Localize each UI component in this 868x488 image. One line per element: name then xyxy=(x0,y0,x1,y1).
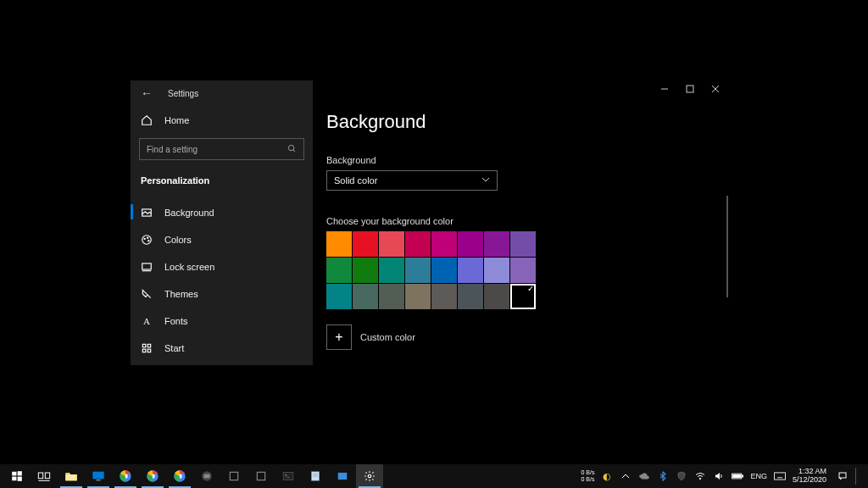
volume-icon[interactable] xyxy=(713,470,725,482)
scrollbar[interactable] xyxy=(726,196,728,297)
svg-rect-36 xyxy=(257,472,264,480)
svg-point-4 xyxy=(144,238,145,239)
svg-point-43 xyxy=(368,474,371,478)
terminal-button[interactable]: >_ xyxy=(275,464,302,488)
svg-rect-26 xyxy=(96,480,100,480)
content-area: Background Background Solid color Choose… xyxy=(313,80,728,365)
nav-label: Colors xyxy=(164,235,192,245)
svg-rect-14 xyxy=(687,86,693,92)
close-button[interactable] xyxy=(703,80,728,97)
custom-color-row: + Custom color xyxy=(326,324,728,350)
dropdown-value: Solid color xyxy=(334,175,377,186)
home-button[interactable]: Home xyxy=(131,106,313,135)
svg-rect-9 xyxy=(142,344,146,347)
nav-item-fonts[interactable]: A Fonts xyxy=(131,308,313,335)
color-swatch[interactable] xyxy=(326,258,352,283)
color-swatch[interactable] xyxy=(458,284,483,309)
color-swatch[interactable] xyxy=(353,231,378,257)
color-swatch[interactable] xyxy=(379,258,404,283)
nav-label: Start xyxy=(164,343,184,353)
taskbar-left: >_ xyxy=(3,464,383,488)
color-swatch[interactable] xyxy=(431,231,457,257)
svg-rect-21 xyxy=(38,473,42,479)
plus-icon: + xyxy=(335,330,342,345)
svg-rect-12 xyxy=(147,349,151,352)
color-swatch[interactable] xyxy=(326,284,352,309)
notifications-icon[interactable] xyxy=(837,470,849,482)
defender-icon[interactable] xyxy=(676,470,687,482)
background-label: Background xyxy=(326,155,728,165)
start-icon xyxy=(141,342,153,354)
svg-rect-52 xyxy=(839,473,846,478)
wifi-icon[interactable] xyxy=(694,470,706,482)
app-button-2[interactable] xyxy=(220,464,248,488)
color-swatch[interactable] xyxy=(405,258,431,283)
nav-item-lockscreen[interactable]: Lock screen xyxy=(131,253,313,280)
color-swatch[interactable] xyxy=(484,284,509,309)
app-button-3[interactable] xyxy=(248,464,275,488)
onedrive-icon[interactable] xyxy=(638,470,650,482)
chrome-button-2[interactable] xyxy=(139,464,166,488)
color-swatch[interactable] xyxy=(484,231,509,257)
color-swatch[interactable] xyxy=(353,284,378,309)
notepad-button[interactable] xyxy=(302,464,329,488)
svg-rect-17 xyxy=(12,472,16,476)
section-title: Personalization xyxy=(131,169,313,194)
minimize-button[interactable] xyxy=(652,80,677,97)
svg-rect-47 xyxy=(733,474,741,478)
settings-taskbar-button[interactable] xyxy=(356,464,383,488)
color-swatch[interactable] xyxy=(405,231,431,257)
language-indicator[interactable]: ENG xyxy=(750,472,767,480)
nav-item-background[interactable]: Background xyxy=(131,199,313,226)
chrome-button-1[interactable] xyxy=(112,464,139,488)
nav-item-colors[interactable]: Colors xyxy=(131,226,313,253)
color-swatch[interactable] xyxy=(510,231,536,257)
file-explorer-button[interactable] xyxy=(58,464,85,488)
color-swatch[interactable] xyxy=(458,231,483,257)
custom-color-button[interactable]: + xyxy=(326,324,352,350)
back-arrow-icon[interactable]: ← xyxy=(141,87,153,99)
image-icon xyxy=(141,207,153,219)
color-swatch[interactable] xyxy=(405,284,431,309)
svg-rect-18 xyxy=(18,471,22,475)
svg-rect-7 xyxy=(142,263,152,269)
svg-rect-20 xyxy=(18,477,22,481)
color-swatch[interactable] xyxy=(431,284,457,309)
keyboard-icon[interactable] xyxy=(774,470,786,482)
home-icon xyxy=(141,114,153,126)
titlebar: ← Settings xyxy=(131,80,313,106)
task-view-button[interactable] xyxy=(31,464,58,488)
show-desktop-button[interactable] xyxy=(855,468,865,485)
color-swatch[interactable] xyxy=(353,258,378,283)
chevron-down-icon xyxy=(481,175,490,186)
color-swatch[interactable] xyxy=(510,284,536,309)
color-swatch[interactable] xyxy=(326,231,352,257)
svg-point-0 xyxy=(288,145,293,150)
desktop-button[interactable] xyxy=(85,464,112,488)
color-swatch[interactable] xyxy=(510,258,536,283)
nav-item-start[interactable]: Start xyxy=(131,335,313,362)
app-button-4[interactable] xyxy=(329,464,356,488)
start-button[interactable] xyxy=(3,464,31,488)
bluetooth-icon[interactable] xyxy=(657,470,669,482)
clock[interactable]: 1:32 AM 5/12/2020 xyxy=(793,468,830,485)
color-swatch[interactable] xyxy=(379,231,404,257)
nav-item-themes[interactable]: Themes xyxy=(131,280,313,308)
network-speed[interactable]: 0 B/s 0 B/s xyxy=(581,469,594,482)
chrome-button-3[interactable] xyxy=(166,464,193,488)
moon-icon[interactable]: ◐ xyxy=(601,470,613,482)
color-swatch[interactable] xyxy=(458,258,483,283)
color-swatch[interactable] xyxy=(431,258,457,283)
svg-rect-22 xyxy=(45,473,49,479)
battery-icon[interactable] xyxy=(732,470,743,482)
tray-chevron-up-icon[interactable] xyxy=(620,470,632,482)
nav-label: Background xyxy=(164,208,214,218)
search-input[interactable]: Find a setting xyxy=(139,138,304,160)
app-button-1[interactable] xyxy=(193,464,220,488)
background-dropdown[interactable]: Solid color xyxy=(326,170,498,191)
svg-text:>_: >_ xyxy=(285,474,290,478)
maximize-button[interactable] xyxy=(677,80,703,97)
color-swatch[interactable] xyxy=(379,284,404,309)
color-swatch[interactable] xyxy=(484,258,509,283)
svg-point-3 xyxy=(142,236,152,245)
